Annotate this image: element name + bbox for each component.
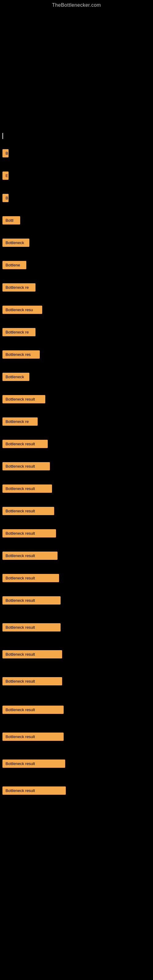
result-item-r20[interactable]: Bottleneck result bbox=[2, 574, 59, 582]
site-title: TheBottlenecker.com bbox=[0, 0, 153, 10]
result-item-r23[interactable]: Bottleneck result bbox=[2, 650, 62, 659]
result-item-r11[interactable]: Bottleneck bbox=[2, 373, 29, 381]
result-item-r21[interactable]: Bottleneck result bbox=[2, 596, 61, 605]
result-item-r27[interactable]: Bottleneck result bbox=[2, 759, 65, 768]
result-item-r13[interactable]: Bottleneck re bbox=[2, 417, 38, 426]
result-item-r8[interactable]: Bottleneck resu bbox=[2, 305, 42, 314]
result-item-r19[interactable]: Bottleneck result bbox=[2, 552, 57, 560]
result-item-r9[interactable]: Bottleneck re bbox=[2, 328, 35, 336]
result-item-r28[interactable]: Bottleneck result bbox=[2, 786, 66, 795]
result-item-r14[interactable]: Bottleneck result bbox=[2, 440, 48, 448]
cursor-indicator bbox=[2, 133, 3, 139]
result-item-r17[interactable]: Bottleneck result bbox=[2, 507, 54, 515]
result-item-r16[interactable]: Bottleneck result bbox=[2, 485, 52, 493]
result-item-r2[interactable]: E bbox=[2, 172, 9, 180]
result-item-r10[interactable]: Bottleneck res bbox=[2, 350, 40, 359]
result-item-r18[interactable]: Bottleneck result bbox=[2, 529, 56, 538]
result-item-r3[interactable]: B bbox=[2, 194, 9, 202]
result-item-r24[interactable]: Bottleneck result bbox=[2, 677, 62, 686]
result-item-r15[interactable]: Bottleneck result bbox=[2, 462, 50, 470]
result-item-r22[interactable]: Bottleneck result bbox=[2, 623, 61, 632]
result-item-r4[interactable]: Bottl bbox=[2, 216, 20, 224]
result-item-r25[interactable]: Bottleneck result bbox=[2, 706, 64, 714]
result-item-r5[interactable]: Bottleneck bbox=[2, 239, 29, 247]
result-item-r1[interactable]: B bbox=[2, 149, 9, 158]
result-item-r12[interactable]: Bottleneck result bbox=[2, 395, 45, 403]
result-item-r7[interactable]: Bottleneck re bbox=[2, 283, 35, 291]
result-item-r6[interactable]: Bottlene bbox=[2, 261, 26, 269]
result-item-r26[interactable]: Bottleneck result bbox=[2, 733, 64, 741]
